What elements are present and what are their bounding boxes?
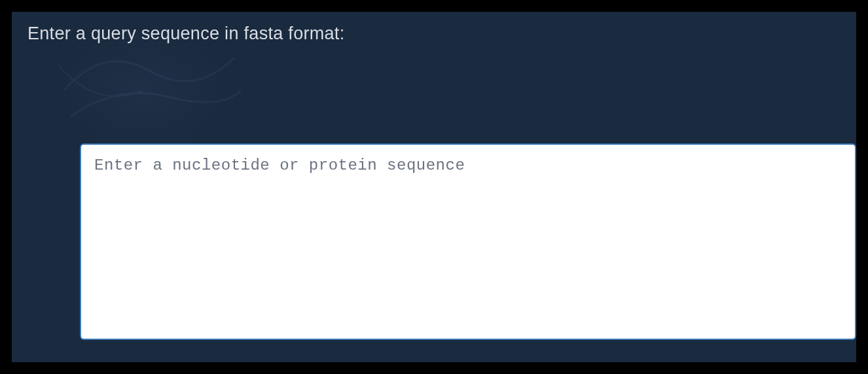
background-decoration [45, 31, 254, 149]
textarea-container [80, 143, 856, 343]
query-panel: Enter a query sequence in fasta format: [12, 12, 856, 362]
sequence-input-label: Enter a query sequence in fasta format: [27, 24, 856, 44]
sequence-input[interactable] [80, 143, 856, 340]
